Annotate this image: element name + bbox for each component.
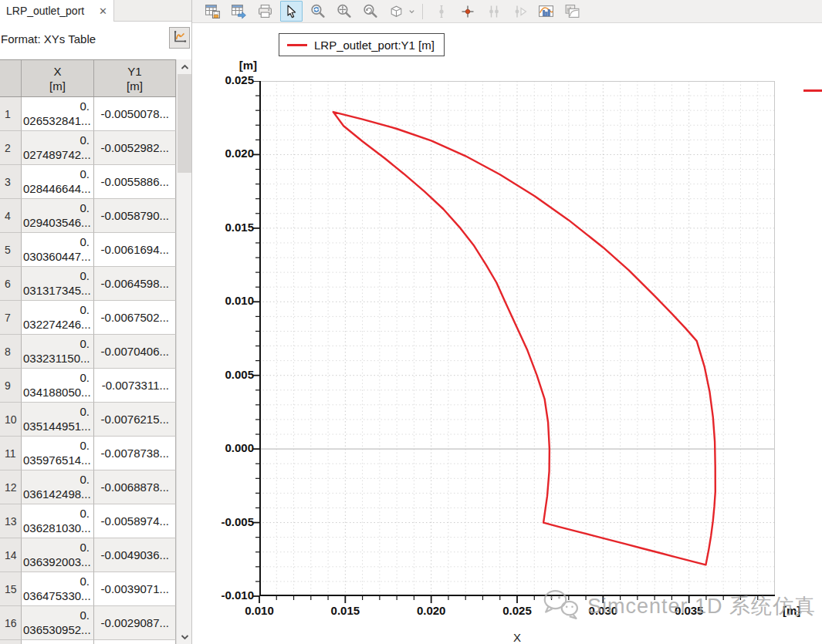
scroll-up-icon[interactable] (177, 59, 192, 74)
table-row: 30.028446644...-0.0055886... (0, 165, 176, 199)
format-label: Format: XYs Table (1, 32, 96, 46)
plot-duplicate-button[interactable] (561, 1, 584, 22)
zoom-fit-button[interactable] (333, 1, 355, 22)
table-row: 70.032274246...-0.0067502... (0, 301, 176, 335)
x-value-cell[interactable]: 0.026532841... (22, 97, 94, 131)
row-number: 3 (0, 165, 22, 199)
y-value-cell[interactable]: -0.0058790... (94, 199, 176, 233)
cursor-cross-icon (460, 4, 475, 19)
table-row: 50.030360447...-0.0061694... (0, 233, 176, 267)
y-value-cell[interactable]: -0.0073311... (94, 369, 176, 403)
table-row: 20.027489742...-0.0052982... (0, 131, 176, 165)
zoom-fit-icon (336, 3, 352, 19)
table-row: 90.034188050...-0.0073311... (0, 369, 176, 403)
x-value-cell[interactable]: 0.036475330... (22, 572, 94, 606)
x-value-cell[interactable]: 0.034188050... (22, 369, 94, 403)
table-export-button[interactable] (228, 1, 250, 22)
y-value-cell[interactable] (94, 640, 176, 644)
table-panel: LRP_outlet_port ✕ Format: XYs Table X[m]… (0, 0, 191, 644)
view-3d-button[interactable] (385, 1, 408, 22)
x-value-cell[interactable]: 0.028446644... (22, 165, 94, 199)
scroll-down-icon[interactable] (177, 629, 192, 644)
zoom-dynamic-button[interactable] (306, 1, 329, 22)
zoom-dynamic-icon (310, 3, 326, 19)
x-value-cell[interactable]: 0.030360447... (22, 233, 94, 267)
y-value-cell[interactable]: -0.0050078... (94, 97, 176, 131)
tab-lrp-outlet-port[interactable]: LRP_outlet_port ✕ (0, 0, 114, 22)
plot-canvas[interactable] (249, 81, 775, 607)
print-button[interactable] (254, 1, 276, 22)
table-row: 150.036475330...-0.0039071... (0, 572, 176, 606)
y-tick-label: 0.025 (192, 73, 254, 86)
y-value-cell[interactable]: -0.0029087... (94, 606, 176, 640)
x-value-cell[interactable]: 0.036530952... (22, 606, 94, 640)
row-number: 7 (0, 301, 22, 335)
cursor-follow-icon (512, 4, 528, 19)
y-value-cell[interactable]: -0.0068878... (94, 470, 176, 504)
y-tick-label: -0.010 (192, 588, 254, 602)
y-value-cell[interactable]: -0.0049036... (94, 538, 176, 572)
y-value-cell[interactable]: -0.0061694... (94, 233, 176, 267)
zoom-previous-button[interactable] (359, 1, 381, 22)
x-value-cell[interactable]: 0.027489742... (22, 131, 94, 165)
column-header-x[interactable]: X[m] (22, 60, 94, 96)
line-chart-icon (172, 29, 188, 48)
y-tick-label: 0.005 (192, 368, 254, 381)
y-value-cell[interactable]: -0.0078738... (94, 437, 176, 470)
column-header-y1[interactable]: Y1[m] (94, 60, 176, 96)
y-value-cell[interactable]: -0.0070406... (94, 335, 176, 369)
legend-box[interactable]: LRP_outlet_port:Y1 [m] (279, 33, 445, 56)
x-value-cell[interactable]: 0.035976514... (22, 437, 94, 470)
table-save-button[interactable] (201, 1, 224, 22)
table-row: 110.035976514...-0.0078738... (0, 437, 176, 470)
y-value-cell[interactable]: -0.0039071... (94, 572, 176, 606)
plot-toolbar (192, 0, 822, 23)
xy-data-table: X[m]Y1[m] 10.026532841...-0.0050078...20… (0, 59, 176, 644)
x-value-cell[interactable]: 0.029403546... (22, 199, 94, 233)
x-value-cell[interactable]: 0.035144951... (22, 403, 94, 437)
x-tick-label: 0.025 (490, 604, 544, 617)
cursor-single-button (430, 1, 452, 22)
x-value-cell[interactable]: 0.033231150... (22, 335, 94, 369)
select-cursor-button[interactable] (280, 1, 303, 22)
cursor-cross-button[interactable] (456, 1, 479, 22)
y-value-cell[interactable]: -0.0055886... (94, 165, 176, 199)
y-value-cell[interactable]: -0.0058974... (94, 504, 176, 538)
table-row: 140.036392003...-0.0049036... (0, 538, 176, 572)
scrollbar-thumb[interactable] (178, 74, 191, 173)
toolbar-separator (422, 4, 423, 19)
table-row: 60.031317345...-0.0064598... (0, 267, 176, 301)
table-row: 0. (0, 640, 176, 644)
x-value-cell[interactable]: 0.036392003... (22, 538, 94, 572)
plot-duplicate-icon (564, 3, 580, 19)
x-value-cell[interactable]: 0.032274246... (22, 301, 94, 335)
row-number: 8 (0, 335, 22, 369)
y-value-cell[interactable]: -0.0064598... (94, 267, 176, 301)
x-value-cell[interactable]: 0. (22, 640, 94, 644)
row-number: 9 (0, 369, 22, 403)
row-number (0, 640, 22, 644)
y-tick-label: 0.020 (192, 147, 254, 160)
row-number: 5 (0, 233, 22, 267)
y-value-cell[interactable]: -0.0067502... (94, 301, 176, 335)
plot-overlay-button[interactable] (535, 1, 557, 22)
table-row: 100.035144951...-0.0076215... (0, 403, 176, 437)
plot-format-button[interactable] (169, 27, 190, 49)
x-value-cell[interactable]: 0.036142498... (22, 470, 94, 504)
y-value-cell[interactable]: -0.0052982... (94, 131, 176, 165)
clipped-legend-line (803, 89, 822, 92)
row-number: 11 (0, 437, 22, 470)
print-icon (257, 3, 273, 19)
zoom-previous-icon (362, 3, 378, 19)
view-3d-icon (388, 3, 404, 19)
x-value-cell[interactable]: 0.031317345... (22, 267, 94, 301)
x-tick-label: 0.010 (232, 604, 286, 617)
table-scrollbar[interactable] (176, 59, 191, 644)
table-row: 130.036281030...-0.0058974... (0, 504, 176, 538)
x-value-cell[interactable]: 0.036281030... (22, 504, 94, 538)
close-icon[interactable]: ✕ (99, 5, 107, 17)
y-value-cell[interactable]: -0.0076215... (94, 403, 176, 437)
chevron-down-icon[interactable] (408, 8, 415, 15)
x-axis-unit-label: [m] (783, 604, 800, 617)
plot-panel: LRP_outlet_port:Y1 [m] [m] [m] X Simcent… (191, 0, 822, 644)
